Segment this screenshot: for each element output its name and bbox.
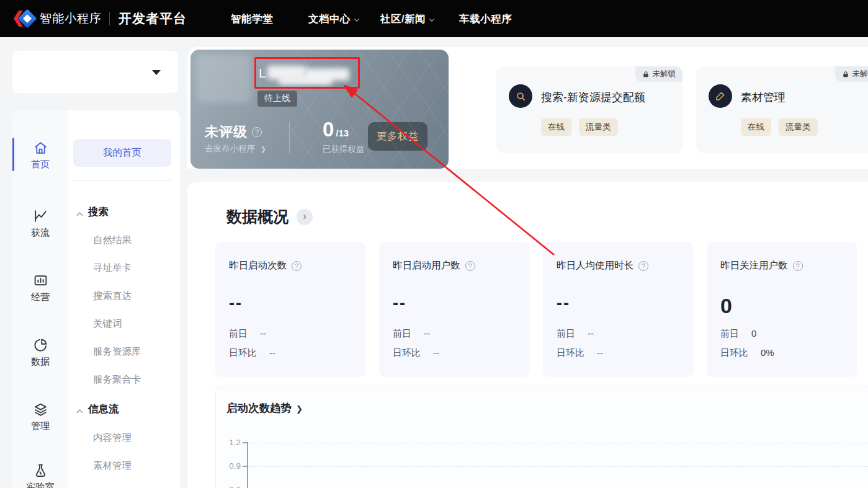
help-icon[interactable] [252,127,262,137]
nav-item-docs[interactable]: 文档中心 [308,0,359,37]
help-icon[interactable] [793,261,803,271]
tag-online: 在线 [741,118,771,136]
feature-card-title: 素材管理 [741,90,785,105]
nav-item-community[interactable]: 社区/新闻 [380,0,434,37]
feature-card-material[interactable]: 未解锁 素材管理 在线 流量类 [696,66,868,153]
stat-card-avg-duration: 昨日人均使用时长 -- 前日 -- 日环比 -- [543,242,694,377]
sidebar-item-lab[interactable]: 实验室 [12,463,68,488]
sidebar: 首页 获流 经营 数据 管理 实验室 我的首页 搜索 自然结果 寻址单 [12,110,180,488]
stat-value: -- [557,294,570,313]
annotation-rectangle [254,57,360,89]
sidebar-item-data[interactable]: 数据 [12,337,68,368]
tag-traffic: 流量类 [779,118,818,136]
chevron-down-icon [354,16,359,21]
search-circle-icon [509,84,532,108]
sidebar-item-service-aggregate[interactable]: 服务聚合卡 [93,373,141,386]
feature-card-title: 搜索-新资源提交配额 [541,90,645,105]
sidebar-item-service-repo[interactable]: 服务资源库 [93,345,141,358]
rights-count: 0/13 [323,118,349,141]
brand[interactable]: 智能小程序 开发者平台 [14,0,187,37]
pencil-circle-icon [709,84,732,108]
chart-title-link[interactable]: 启动次数趋势 [226,401,303,415]
sidebar-item-my-home[interactable]: 我的首页 [73,139,171,167]
stat-card-followers: 昨日关注用户数 0 前日 0 日环比 0% [707,242,857,377]
help-icon[interactable] [465,261,475,271]
tag-traffic: 流量类 [579,118,618,136]
sidebar-item-keywords[interactable]: 关键词 [93,317,122,331]
brand-name: 智能小程序 [40,11,102,27]
tag-online: 在线 [541,118,571,136]
status-badge: 待上线 [257,91,297,107]
nav-item-auto[interactable]: 车载小程序 [459,0,512,37]
divider [73,180,171,181]
brand-divider [109,12,110,25]
layers-icon [33,402,48,417]
sidebar-item-content-manage[interactable]: 内容管理 [93,432,132,445]
stat-value: -- [229,294,243,313]
app-logo-blurred [197,55,251,103]
sidebar-item-address-card[interactable]: 寻址单卡 [93,262,132,275]
chart-gridline [248,466,868,467]
home-icon [33,140,48,156]
chart-ytick-label: 0.6 [221,485,241,488]
chevron-down-icon [429,16,434,21]
rating-label: 未评级 [205,123,248,141]
chevron-up-icon [77,409,83,415]
chart-gridline [248,443,868,443]
help-icon[interactable] [292,261,302,271]
sidebar-group-feed[interactable]: 信息流 [78,402,119,416]
locked-badge: 未解锁 [835,66,868,82]
section-title-data-overview: 数据概况 [226,206,289,227]
stat-card-launch-users: 昨日启动用户数 -- 前日 -- 日环比 -- [379,242,530,377]
more-rights-button[interactable]: 更多权益 [368,122,427,151]
flask-icon [33,463,48,478]
platform-name: 开发者平台 [119,10,187,27]
pie-chart-icon [33,337,48,353]
stat-card-launch-count: 昨日启动次数 -- 前日 -- 日环比 -- [215,242,366,377]
sidebar-item-material-manage[interactable]: 素材管理 [93,459,132,472]
dropdown-caret-icon [152,70,161,75]
lock-icon [842,71,849,78]
sidebar-item-search-direct[interactable]: 搜索直达 [93,290,132,303]
chevron-up-icon [77,212,83,218]
publish-app-link[interactable]: 去发布小程序 [205,143,266,154]
sidebar-item-traffic[interactable]: 获流 [12,208,68,239]
chart-tick [243,466,247,467]
nav-item-academy[interactable]: 智能学堂 [231,0,273,37]
chart-ytick-label: 0.9 [221,461,241,471]
top-navbar: 智能小程序 开发者平台 智能学堂 文档中心 社区/新闻 车载小程序 [0,0,868,37]
chart-ytick-label: 1.2 [221,438,241,447]
sidebar-item-natural-results[interactable]: 自然结果 [93,234,132,247]
sidebar-item-operation[interactable]: 经营 [12,273,68,303]
logo-icon [14,10,35,27]
stat-value: -- [393,294,406,313]
launch-trend-chart-card [215,386,868,488]
help-icon[interactable] [638,261,648,271]
overview-detail-button[interactable] [297,209,313,225]
feature-card-search-quota[interactable]: 未解锁 搜索-新资源提交配额 在线 流量类 [496,66,682,153]
chart-tick [243,442,247,443]
stat-value: 0 [720,294,732,318]
line-chart-icon [33,208,48,224]
divider [289,122,290,153]
locked-badge: 未解锁 [635,66,683,82]
sidebar-icon-rail: 首页 获流 经营 数据 管理 实验室 [12,110,68,488]
lock-icon [642,71,650,78]
sidebar-group-search[interactable]: 搜索 [78,205,109,219]
sidebar-item-manage[interactable]: 管理 [12,402,68,432]
sidebar-item-home[interactable]: 首页 [12,140,68,171]
board-chart-icon [33,273,48,288]
chart-y-axis [247,442,248,488]
active-indicator [12,138,14,171]
app-selector-dropdown[interactable] [12,51,178,93]
rights-label: 已获得权益 [323,144,365,155]
